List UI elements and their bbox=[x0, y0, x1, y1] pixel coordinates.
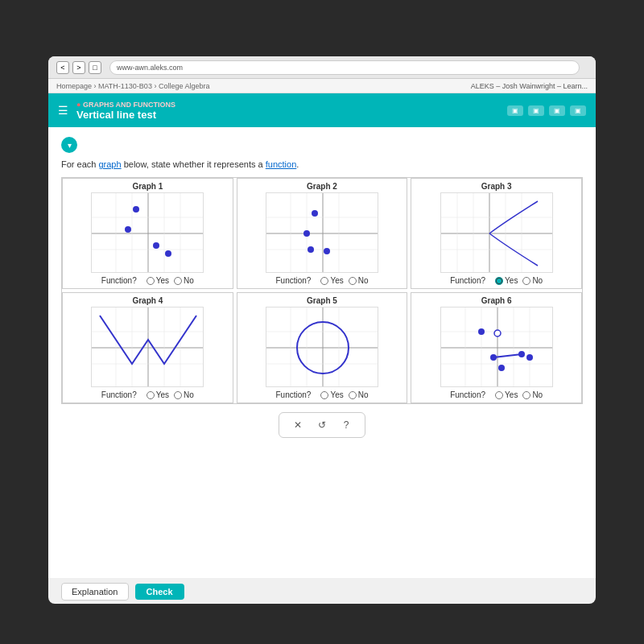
graph2-yes-label[interactable]: Yes bbox=[320, 276, 343, 285]
graph-link[interactable]: graph bbox=[98, 159, 121, 169]
svg-point-55 bbox=[478, 328, 485, 335]
header-btn-4[interactable]: ▣ bbox=[570, 105, 586, 116]
svg-point-11 bbox=[165, 250, 171, 257]
back-button[interactable]: < bbox=[56, 61, 69, 74]
graph3-function-label: Function? bbox=[450, 276, 485, 285]
tab-button[interactable]: □ bbox=[89, 61, 101, 74]
svg-point-22 bbox=[324, 248, 330, 254]
graph1-radio-group: Yes No bbox=[147, 276, 194, 285]
svg-point-10 bbox=[153, 242, 159, 249]
graph1-no-label[interactable]: No bbox=[174, 276, 194, 285]
header-btn-1[interactable]: ▣ bbox=[507, 105, 523, 116]
graph5-no-label[interactable]: No bbox=[349, 390, 369, 399]
graph4-radio-group: Yes No bbox=[147, 390, 194, 399]
graph5-yes-radio[interactable] bbox=[320, 391, 328, 399]
header-btn-2[interactable]: ▣ bbox=[528, 105, 544, 116]
graph3-no-label[interactable]: No bbox=[522, 276, 543, 285]
graph2-no-label[interactable]: No bbox=[349, 276, 369, 285]
graph6-canvas bbox=[440, 307, 553, 387]
collapse-button[interactable]: ▾ bbox=[61, 137, 77, 153]
laptop-screen: < > □ www-awn.aleks.com Homepage › MATH-… bbox=[48, 56, 596, 604]
graph-cell-1: Graph 1 bbox=[62, 178, 233, 289]
graph-cell-6: Graph 6 bbox=[411, 292, 582, 403]
graph1-title: Graph 1 bbox=[132, 182, 163, 191]
svg-point-60 bbox=[526, 354, 533, 361]
graph1-function-label: Function? bbox=[101, 276, 137, 285]
svg-point-21 bbox=[308, 246, 314, 253]
graph2-function-label: Function? bbox=[275, 276, 311, 285]
graph3-no-radio[interactable] bbox=[522, 277, 530, 285]
header-right: ▣ ▣ ▣ ▣ bbox=[507, 105, 586, 116]
svg-point-61 bbox=[498, 365, 505, 371]
graph1-yes-label[interactable]: Yes bbox=[147, 276, 169, 285]
check-button[interactable]: Check bbox=[135, 584, 184, 600]
svg-point-8 bbox=[133, 206, 139, 213]
graph1-no-radio[interactable] bbox=[174, 277, 182, 285]
breadcrumb-text: Homepage › MATH-1130-B03 › College Algeb… bbox=[56, 82, 209, 90]
page-title: Vertical line test bbox=[76, 109, 175, 121]
function-link[interactable]: function bbox=[266, 159, 297, 169]
graph5-function-row: Function? Yes No bbox=[275, 390, 368, 399]
graph5-no-radio[interactable] bbox=[349, 391, 357, 399]
undo-icon-btn[interactable]: ↺ bbox=[313, 416, 331, 434]
graph6-yes-radio[interactable] bbox=[495, 391, 503, 399]
graph4-no-radio[interactable] bbox=[174, 391, 182, 399]
graph4-yes-label[interactable]: Yes bbox=[147, 390, 169, 399]
graph3-canvas bbox=[440, 192, 553, 273]
graph4-function-label: Function? bbox=[101, 390, 137, 399]
graph4-no-label[interactable]: No bbox=[174, 390, 194, 399]
content-area: ▾ For each graph below, state whether it… bbox=[48, 127, 596, 578]
section-label: ● GRAPHS AND FUNCTIONS bbox=[76, 101, 175, 109]
graph5-radio-group: Yes No bbox=[320, 390, 368, 399]
graph1-canvas bbox=[91, 192, 204, 273]
graph6-function-row: Function? Yes No bbox=[450, 390, 543, 399]
svg-point-59 bbox=[518, 351, 525, 357]
header-title-section: ● GRAPHS AND FUNCTIONS Vertical line tes… bbox=[76, 101, 175, 121]
graph6-radio-group: Yes No bbox=[495, 390, 543, 399]
svg-point-58 bbox=[490, 354, 497, 361]
graph3-function-row: Function? Yes No bbox=[450, 276, 543, 285]
graph6-yes-label[interactable]: Yes bbox=[495, 390, 518, 399]
graph4-title: Graph 4 bbox=[132, 296, 163, 305]
forward-button[interactable]: > bbox=[72, 61, 85, 74]
graph-cell-5: Graph 5 Function? bbox=[237, 292, 408, 403]
action-icons: ✕ ↺ ? bbox=[279, 412, 365, 438]
graph4-canvas bbox=[91, 307, 204, 387]
graph3-radio-group: Yes No bbox=[495, 276, 543, 285]
url-bar[interactable]: www-awn.aleks.com bbox=[109, 60, 580, 75]
graph6-function-label: Function? bbox=[450, 390, 485, 399]
graph2-radio-group: Yes No bbox=[320, 276, 368, 285]
instruction-text: For each graph below, state whether it r… bbox=[61, 159, 583, 169]
graph1-function-row: Function? Yes No bbox=[101, 276, 194, 285]
browser-bar: < > □ www-awn.aleks.com bbox=[48, 56, 596, 79]
graph2-function-row: Function? Yes No bbox=[275, 276, 368, 285]
explanation-button[interactable]: Explanation bbox=[61, 583, 129, 601]
graph5-yes-label[interactable]: Yes bbox=[320, 390, 343, 399]
graph-cell-3: Graph 3 bbox=[411, 178, 582, 289]
graphs-container: Graph 1 bbox=[61, 177, 583, 404]
aleks-header: ☰ ● GRAPHS AND FUNCTIONS Vertical line t… bbox=[48, 93, 596, 127]
graph6-no-radio[interactable] bbox=[522, 391, 530, 399]
close-icon-btn[interactable]: ✕ bbox=[289, 416, 307, 434]
help-icon-btn[interactable]: ? bbox=[337, 416, 355, 434]
aleks-user: ALEKS – Josh Wainwright – Learn... bbox=[471, 82, 588, 90]
bottom-buttons: Explanation Check bbox=[48, 578, 596, 604]
graph5-title: Graph 5 bbox=[307, 296, 337, 305]
svg-point-20 bbox=[303, 230, 310, 237]
graph1-yes-radio[interactable] bbox=[147, 277, 155, 285]
graph4-function-row: Function? Yes No bbox=[101, 390, 194, 399]
graph2-no-radio[interactable] bbox=[349, 277, 357, 285]
svg-point-56 bbox=[494, 330, 501, 336]
svg-point-19 bbox=[312, 210, 318, 217]
graph4-yes-radio[interactable] bbox=[147, 391, 155, 399]
graph6-no-label[interactable]: No bbox=[522, 390, 543, 399]
graph3-yes-label[interactable]: Yes bbox=[495, 276, 518, 285]
graph3-yes-radio[interactable] bbox=[495, 277, 503, 285]
hamburger-icon[interactable]: ☰ bbox=[58, 104, 68, 117]
browser-nav: < > □ bbox=[56, 61, 101, 74]
breadcrumb: Homepage › MATH-1130-B03 › College Algeb… bbox=[48, 79, 596, 93]
svg-point-9 bbox=[125, 226, 131, 233]
header-btn-3[interactable]: ▣ bbox=[549, 105, 565, 116]
graph2-yes-radio[interactable] bbox=[320, 277, 328, 285]
graph-cell-4: Graph 4 Fun bbox=[62, 292, 233, 403]
